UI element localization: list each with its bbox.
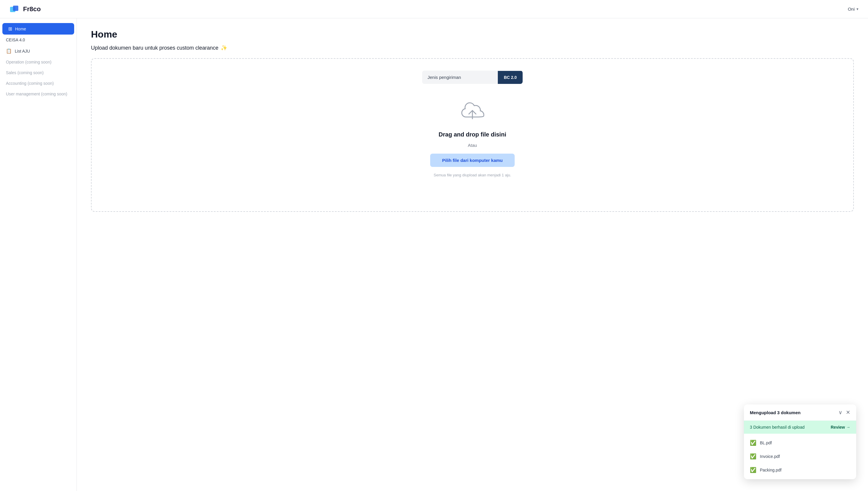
logo: Fr8co	[9, 4, 41, 15]
page-title: Home	[91, 29, 854, 40]
upload-panel-header: Mengupload 3 dokumen ∨ ✕	[744, 404, 856, 421]
sidebar-item-sales: Sales (coming soon)	[0, 67, 77, 78]
review-link[interactable]: Review →	[831, 425, 850, 430]
sparkle-emoji: ✨	[221, 45, 227, 51]
main-content: Home Upload dokumen baru untuk proses cu…	[77, 18, 868, 491]
file-check-icon: ✅	[750, 467, 756, 473]
sidebar-item-user-management: User management (coming soon)	[0, 89, 77, 99]
user-menu[interactable]: Oni ▾	[848, 6, 859, 11]
subtitle-text: Upload dokumen baru untuk proses custom …	[91, 45, 218, 51]
upload-dropzone[interactable]: Jenis pengiriman BC 2.0 Drag and drop fi…	[91, 58, 854, 212]
sidebar-item-operation: Operation (coming soon)	[0, 57, 77, 67]
cloud-upload-icon	[461, 102, 484, 123]
file-name: BL.pdf	[760, 440, 772, 445]
file-name: Packing.pdf	[760, 468, 781, 472]
jenis-label: Jenis pengiriman	[422, 70, 498, 84]
file-item: ✅ Packing.pdf	[744, 463, 856, 477]
sidebar-item-sales-label: Sales (coming soon)	[6, 70, 44, 75]
file-name: Invoice.pdf	[760, 454, 780, 459]
sidebar-item-accounting: Accounting (coming soon)	[0, 78, 77, 89]
upload-success-text: 3 Dokumen berhasil di upload	[750, 425, 805, 430]
sidebar-item-aju-label: List AJU	[15, 49, 30, 54]
sidebar-item-usermgmt-label: User management (coming soon)	[6, 92, 67, 96]
page-subtitle: Upload dokumen baru untuk proses custom …	[91, 45, 854, 51]
close-panel-icon[interactable]: ✕	[846, 409, 850, 416]
jenis-pengiriman-row: Jenis pengiriman BC 2.0	[422, 70, 523, 84]
upload-icon-wrap	[461, 102, 484, 124]
upload-hint: Semua file yang diupload akan menjadi 1 …	[434, 173, 511, 177]
choose-file-button[interactable]: Pilih file dari komputer kamu	[430, 154, 514, 167]
upload-success-row: 3 Dokumen berhasil di upload Review →	[744, 421, 856, 434]
main-layout: ⊞ Home CEISA 4.0 📋 List AJU Operation (c…	[0, 18, 868, 491]
logo-text: Fr8co	[23, 5, 41, 13]
chevron-down-icon: ▾	[857, 7, 859, 11]
svg-rect-1	[13, 6, 18, 11]
sidebar: ⊞ Home CEISA 4.0 📋 List AJU Operation (c…	[0, 18, 77, 491]
upload-notification-panel: Mengupload 3 dokumen ∨ ✕ 3 Dokumen berha…	[744, 404, 856, 479]
atau-text: Atau	[468, 143, 477, 148]
file-item: ✅ BL.pdf	[744, 436, 856, 450]
review-arrow-icon: →	[846, 425, 850, 430]
sidebar-item-ceisa-label: CEISA 4.0	[6, 37, 25, 42]
grid-icon: ⊞	[8, 26, 12, 32]
uploaded-file-list: ✅ BL.pdf ✅ Invoice.pdf ✅ Packing.pdf	[744, 434, 856, 479]
sidebar-item-home-label: Home	[15, 27, 26, 31]
drag-drop-text: Drag and drop file disini	[439, 131, 507, 138]
book-icon: 📋	[6, 48, 12, 54]
file-item: ✅ Invoice.pdf	[744, 450, 856, 463]
panel-actions: ∨ ✕	[838, 409, 850, 416]
logo-icon	[9, 4, 20, 15]
review-label: Review	[831, 425, 845, 430]
sidebar-item-ceisa[interactable]: CEISA 4.0	[0, 34, 77, 45]
upload-panel-title: Mengupload 3 dokumen	[750, 410, 801, 415]
collapse-panel-icon[interactable]: ∨	[838, 409, 842, 416]
app-header: Fr8co Oni ▾	[0, 0, 868, 18]
sidebar-item-operation-label: Operation (coming soon)	[6, 60, 51, 64]
jenis-badge: BC 2.0	[498, 71, 523, 84]
sidebar-item-home[interactable]: ⊞ Home	[2, 23, 74, 34]
sidebar-item-list-aju[interactable]: 📋 List AJU	[0, 45, 77, 57]
file-check-icon: ✅	[750, 440, 756, 446]
sidebar-item-accounting-label: Accounting (coming soon)	[6, 81, 54, 86]
user-name: Oni	[848, 6, 855, 11]
file-check-icon: ✅	[750, 453, 756, 460]
